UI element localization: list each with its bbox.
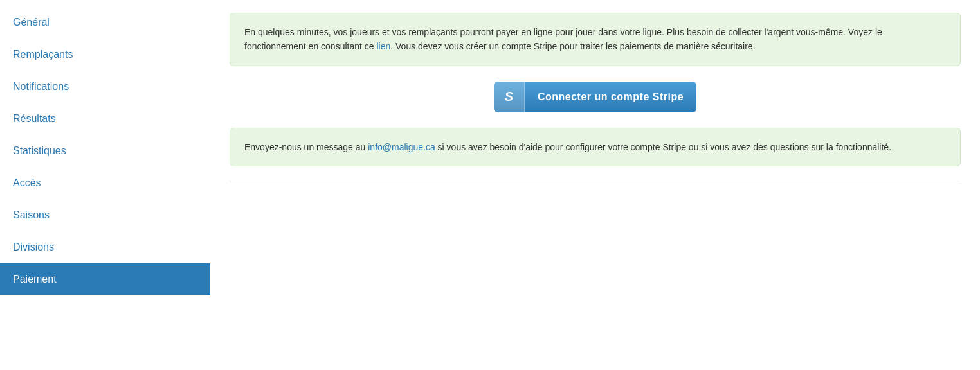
sidebar-item-saisons[interactable]: Saisons [0, 199, 210, 231]
sidebar-item-acces[interactable]: Accès [0, 167, 210, 199]
stripe-button-container: S Connecter un compte Stripe [230, 82, 961, 112]
sidebar-item-remplacants[interactable]: Remplaçants [0, 39, 210, 71]
sidebar-item-resultats[interactable]: Résultats [0, 103, 210, 135]
sidebar-item-general[interactable]: Général [0, 6, 210, 39]
main-content: En quelques minutes, vos joueurs et vos … [210, 0, 980, 370]
info-link-1[interactable]: lien [376, 41, 390, 51]
sidebar-item-paiement[interactable]: Paiement [0, 263, 210, 295]
info-text-after-link-1: . Vous devez vous créer un compte Stripe… [390, 41, 755, 51]
stripe-icon: S [494, 82, 525, 112]
sidebar-item-divisions[interactable]: Divisions [0, 231, 210, 263]
sidebar-item-statistiques[interactable]: Statistiques [0, 135, 210, 167]
stripe-button-label: Connecter un compte Stripe [525, 82, 696, 112]
info-link-2[interactable]: info@maligue.ca [368, 142, 435, 152]
info-box-2: Envoyez-nous un message au info@maligue.… [230, 128, 961, 166]
info-text-after-link-2: si vous avez besoin d'aide pour configur… [435, 142, 891, 152]
page-divider [230, 182, 961, 182]
stripe-connect-button[interactable]: S Connecter un compte Stripe [494, 82, 696, 112]
sidebar-item-notifications[interactable]: Notifications [0, 71, 210, 103]
info-box-1: En quelques minutes, vos joueurs et vos … [230, 13, 961, 66]
info-text-before-link-2: Envoyez-nous un message au [244, 142, 368, 152]
sidebar: GénéralRemplaçantsNotificationsRésultats… [0, 0, 210, 370]
